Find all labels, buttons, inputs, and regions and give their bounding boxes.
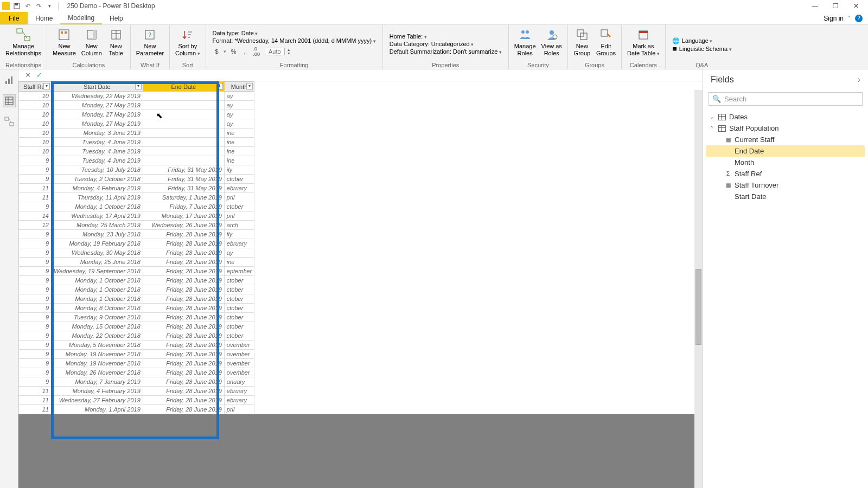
table-row[interactable]: 9Monday, 25 June 2018Friday, 28 June 201… <box>19 258 254 267</box>
help-tab[interactable]: Help <box>102 12 131 24</box>
mark-date-table-button[interactable]: Mark as Date Table <box>625 26 662 57</box>
table-row[interactable]: 11Thursday, 11 April 2019Saturday, 1 Jun… <box>19 193 254 202</box>
scroll-thumb[interactable] <box>695 269 701 345</box>
vertical-scrollbar[interactable] <box>694 90 703 488</box>
home-table-dropdown[interactable]: Home Table: <box>390 33 427 40</box>
fields-search-input[interactable]: 🔍 Search <box>709 92 863 106</box>
table-row[interactable]: 14Wednesday, 17 April 2019Monday, 17 Jun… <box>19 211 254 221</box>
col-start-date[interactable]: Start Date▾ <box>52 82 143 92</box>
maximize-button[interactable]: ❐ <box>826 1 845 11</box>
sort-by-column-button[interactable]: Sort by Column <box>173 26 202 57</box>
manage-roles-button[interactable]: Manage Roles <box>512 26 538 57</box>
table-row[interactable]: 9Monday, 1 October 2018Friday, 28 June 2… <box>19 285 254 294</box>
language-dropdown[interactable]: Language <box>682 37 712 44</box>
table-row[interactable]: 10Tuesday, 4 June 2019ine <box>19 138 254 147</box>
table-row[interactable]: 9Monday, 1 October 2018Friday, 28 June 2… <box>19 276 254 285</box>
table-row[interactable]: 9Monday, 23 July 2018Friday, 28 June 201… <box>19 230 254 239</box>
report-view-button[interactable] <box>3 74 16 87</box>
minimize-button[interactable]: — <box>805 1 825 11</box>
table-row[interactable]: 9Tuesday, 10 July 2018Friday, 31 May 201… <box>19 165 254 175</box>
decimals-button[interactable]: .0.00 <box>251 45 263 58</box>
view-as-roles-button[interactable]: View as Roles <box>539 26 564 57</box>
table-row[interactable]: 9Monday, 1 October 2018Friday, 7 June 20… <box>19 202 254 211</box>
table-row[interactable]: 9Monday, 26 November 2018Friday, 28 June… <box>19 368 254 377</box>
file-tab[interactable]: File <box>0 12 28 24</box>
table-row[interactable]: 11Monday, 4 February 2019Friday, 31 May … <box>19 184 254 193</box>
linguistic-schema-dropdown[interactable]: Linguistic Schema <box>679 46 732 52</box>
col-end-date[interactable]: End Date⬇ <box>143 82 224 92</box>
signin-link[interactable]: Sign in <box>824 15 844 22</box>
filter-icon[interactable]: ▾ <box>246 83 253 89</box>
table-row[interactable]: 10Tuesday, 4 June 2019ine <box>19 147 254 156</box>
save-icon[interactable] <box>13 2 21 10</box>
field-end-date[interactable]: End Date <box>706 145 865 157</box>
table-row[interactable]: 10Monday, 27 May 2019ay <box>19 101 254 110</box>
table-row[interactable]: 10Monday, 27 May 2019ay <box>19 110 254 119</box>
undo-icon[interactable]: ↶ <box>24 2 31 10</box>
chevron-down-icon[interactable]: ⌄ <box>709 114 715 120</box>
percent-button[interactable]: % <box>228 47 239 56</box>
table-row[interactable]: 9Monday, 8 October 2018Friday, 28 June 2… <box>19 304 254 313</box>
commit-formula-icon[interactable]: ✓ <box>36 71 42 79</box>
field-month[interactable]: Month <box>706 157 865 168</box>
new-table-button[interactable]: New Table <box>105 26 127 57</box>
filter-icon[interactable]: ▾ <box>43 83 50 89</box>
chevron-up-icon[interactable]: ⌃ <box>709 125 715 131</box>
chevron-right-icon[interactable]: › <box>858 75 860 85</box>
new-parameter-button[interactable]: ? New Parameter <box>134 26 166 57</box>
table-row[interactable]: 9Tuesday, 4 June 2019ine <box>19 156 254 165</box>
table-row[interactable]: 9Monday, 5 November 2018Friday, 28 June … <box>19 341 254 350</box>
table-row[interactable]: 9Monday, 22 October 2018Friday, 28 June … <box>19 331 254 341</box>
filter-icon[interactable]: ⬇ <box>216 83 223 89</box>
col-staff-ref[interactable]: Staff Ref▾ <box>19 82 52 92</box>
format-dropdown[interactable]: Format: *Wednesday, 14 March 2001 (dddd,… <box>213 37 376 44</box>
field-staff-ref[interactable]: ΣStaff Ref <box>706 168 865 179</box>
field-current-staff[interactable]: ▦Current Staff <box>706 134 865 145</box>
table-row[interactable]: 11Wednesday, 27 February 2019Friday, 28 … <box>19 396 254 405</box>
chevron-up-icon[interactable]: ˄ <box>848 15 851 21</box>
model-view-button[interactable] <box>3 115 16 128</box>
table-row[interactable]: 10Monday, 3 June 2019ine <box>19 129 254 138</box>
table-row[interactable]: 9Wednesday, 19 September 2018Friday, 28 … <box>19 267 254 276</box>
table-row[interactable]: 9Monday, 19 November 2018Friday, 28 June… <box>19 350 254 359</box>
filter-icon[interactable]: ▾ <box>135 83 142 89</box>
edit-groups-button[interactable]: Edit Groups <box>594 26 618 57</box>
new-group-button[interactable]: New Group <box>571 26 593 57</box>
table-row[interactable]: 9Monday, 15 October 2018Friday, 28 June … <box>19 322 254 331</box>
redo-icon[interactable]: ↷ <box>35 2 42 10</box>
new-measure-button[interactable]: New Measure <box>50 26 78 57</box>
cancel-formula-icon[interactable]: ✕ <box>25 71 31 79</box>
field-staff-turnover[interactable]: ▦Staff Turnover <box>706 179 865 191</box>
qat-dropdown-icon[interactable]: ▾ <box>46 2 53 10</box>
col-month[interactable]: Month▾ <box>224 82 254 92</box>
table-row[interactable]: 9Monday, 1 October 2018Friday, 28 June 2… <box>19 294 254 304</box>
table-row[interactable]: 10Monday, 27 May 2019ay <box>19 119 254 129</box>
table-row[interactable]: 9Monday, 19 February 2018Friday, 28 June… <box>19 239 254 248</box>
table-staff-population[interactable]: ⌃ Staff Population <box>706 123 865 134</box>
close-button[interactable]: ✕ <box>846 1 866 11</box>
table-row[interactable]: 10Wednesday, 22 May 2019ay <box>19 92 254 101</box>
table-row[interactable]: 11Monday, 1 April 2019Friday, 28 June 20… <box>19 405 254 414</box>
table-row[interactable]: 9Tuesday, 2 October 2018Friday, 31 May 2… <box>19 175 254 184</box>
manage-relationships-button[interactable]: Manage Relationships <box>3 26 43 57</box>
data-category-dropdown[interactable]: Data Category: Uncategorized <box>390 41 474 47</box>
table-row[interactable]: 12Monday, 25 March 2019Wednesday, 26 Jun… <box>19 221 254 230</box>
comma-button[interactable]: , <box>241 47 248 56</box>
decimals-input[interactable]: Auto <box>265 48 285 55</box>
table-row[interactable]: 9Tuesday, 9 October 2018Friday, 28 June … <box>19 313 254 322</box>
data-grid[interactable]: Staff Ref▾ Start Date▾ End Date⬇ Month▾ … <box>18 81 703 414</box>
table-row[interactable]: 9Wednesday, 30 May 2018Friday, 28 June 2… <box>19 248 254 258</box>
table-row[interactable]: 11Monday, 4 February 2019Friday, 28 June… <box>19 387 254 396</box>
table-row[interactable]: 9Monday, 7 January 2019Friday, 28 June 2… <box>19 377 254 387</box>
new-column-button[interactable]: New Column <box>79 26 104 57</box>
currency-button[interactable]: $ <box>213 47 221 56</box>
help-icon[interactable]: ? <box>855 15 863 22</box>
data-view-button[interactable] <box>3 94 16 107</box>
home-tab[interactable]: Home <box>28 12 60 24</box>
table-dates[interactable]: ⌄ Dates <box>706 111 865 123</box>
table-row[interactable]: 9Monday, 19 November 2018Friday, 28 June… <box>19 359 254 368</box>
default-sum-dropdown[interactable]: Default Summarization: Don't summarize <box>390 48 502 55</box>
field-start-date[interactable]: Start Date <box>706 191 865 202</box>
datatype-dropdown[interactable]: Data type: Date <box>213 30 258 36</box>
modeling-tab[interactable]: Modeling <box>60 12 102 24</box>
